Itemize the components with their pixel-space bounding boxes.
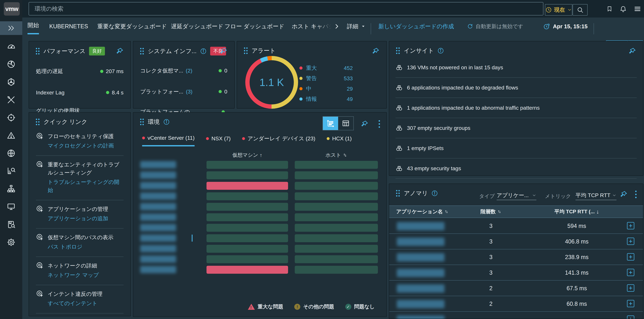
pin-button[interactable] <box>360 120 369 130</box>
quick-link-item[interactable]: アプリケーションの管理 アプリケーションの追加 <box>36 200 124 228</box>
application-name-redacted[interactable] <box>397 269 444 277</box>
column-header-vms[interactable]: 仮想マシン↑ <box>206 152 288 159</box>
quick-link-action[interactable]: マイクロセグメントの計画 <box>48 142 124 150</box>
entity-name-redacted[interactable] <box>140 172 176 179</box>
info-button[interactable] <box>431 190 438 196</box>
entity-name-redacted[interactable] <box>140 256 176 263</box>
column-tier-count[interactable]: 階層数 <box>469 206 513 218</box>
time-picker[interactable]: Apr 15, 15:15 <box>543 18 588 35</box>
table-view-button[interactable] <box>338 117 354 130</box>
vm-status-bar[interactable] <box>206 192 288 200</box>
host-status-bar[interactable] <box>295 255 378 263</box>
alerts-donut-chart[interactable]: 1.1 K <box>245 56 298 109</box>
application-name-redacted[interactable] <box>397 222 444 230</box>
quick-link-item[interactable]: 仮想マシン間のパスの表示 パス トポロジ <box>36 228 124 257</box>
pin-button[interactable] <box>116 47 124 56</box>
vm-status-bar[interactable] <box>206 245 288 253</box>
legend-row[interactable]: 情報49 <box>299 95 353 103</box>
table-row[interactable]: 2 67.5 ms + <box>389 280 643 296</box>
vm-status-bar[interactable] <box>206 161 288 169</box>
column-header-hosts[interactable]: ホスト <box>295 152 378 159</box>
sidebar-item-virtual-machines[interactable] <box>0 198 22 216</box>
info-button[interactable] <box>163 118 170 125</box>
entity-name-redacted[interactable] <box>140 214 176 221</box>
tab-host-capacity[interactable]: ホスト キャパシ <box>292 18 332 35</box>
quick-link-item[interactable]: インテント違反の管理 すべてのインテント <box>36 285 124 314</box>
sidebar-item-analytics[interactable] <box>0 162 22 180</box>
info-button[interactable] <box>437 47 444 54</box>
table-row[interactable]: 3 594 ms + <box>389 218 643 234</box>
entity-name-redacted[interactable] <box>140 224 176 231</box>
drag-handle-icon[interactable] <box>140 47 144 55</box>
table-row[interactable]: + <box>389 312 643 319</box>
insight-item[interactable]: 307 empty security groups <box>396 118 637 138</box>
table-row[interactable]: 3 141.3 ms + <box>389 265 643 280</box>
insight-item[interactable]: 1 applications impacted due to abnormal … <box>396 98 637 118</box>
vm-status-bar[interactable] <box>206 182 288 190</box>
add-icon[interactable]: + <box>627 284 634 292</box>
entity-name-redacted[interactable] <box>140 182 176 189</box>
host-status-bar[interactable] <box>295 182 378 190</box>
entity-name-redacted[interactable] <box>140 266 176 273</box>
entity-name-redacted[interactable] <box>140 192 176 200</box>
drag-handle-icon[interactable] <box>396 47 400 54</box>
vm-status-bar[interactable] <box>206 171 288 179</box>
quick-link-action[interactable]: すべてのインテント <box>48 299 124 308</box>
table-row[interactable]: 2 60.8 ms + <box>389 296 643 312</box>
info-button[interactable] <box>200 48 207 54</box>
add-icon[interactable]: + <box>627 253 634 260</box>
application-name-redacted[interactable] <box>397 284 444 292</box>
quick-link-item[interactable]: ネットワークの詳細 ネットワーク マップ <box>36 257 124 285</box>
pin-button[interactable] <box>220 47 228 56</box>
quick-link-item[interactable]: フローのセキュリティ保護 マイクロセグメントの計画 <box>36 128 124 156</box>
host-status-bar[interactable] <box>295 234 378 242</box>
quick-link-action[interactable]: パス トポロジ <box>48 243 124 251</box>
entity-name-redacted[interactable] <box>140 161 176 168</box>
sidebar-item-audit[interactable] <box>0 216 22 233</box>
tab-overflow-chevron[interactable] <box>334 18 340 35</box>
vm-status-bar[interactable] <box>206 255 288 263</box>
vm-status-bar[interactable] <box>206 213 288 221</box>
application-name-redacted[interactable] <box>397 253 444 262</box>
tab-latency[interactable]: 遅延ダッシュボード <box>171 18 223 35</box>
insight-item[interactable]: 1 empty IPSets <box>396 138 637 158</box>
drag-handle-icon[interactable] <box>396 190 400 197</box>
sidebar-item-internet[interactable] <box>0 144 22 162</box>
pin-button[interactable] <box>372 47 380 56</box>
chart-view-button[interactable] <box>323 117 338 130</box>
add-icon[interactable]: + <box>627 300 634 307</box>
tab-kubernetes[interactable]: KUBERNETES <box>49 18 88 35</box>
sidebar-item-settings[interactable] <box>0 233 22 251</box>
host-status-bar[interactable] <box>295 266 378 274</box>
environment-tab[interactable]: vCenter Server (11) <box>142 135 194 146</box>
count-link[interactable]: (3) <box>186 88 192 94</box>
host-status-bar[interactable] <box>295 171 378 179</box>
quick-link-action[interactable]: トラブルシューティングの開始 <box>48 178 124 194</box>
column-avg-tcp-rtt[interactable]: 平均 TCP RTT (... ↓ <box>548 206 605 218</box>
host-status-bar[interactable] <box>295 224 378 232</box>
environment-tab[interactable]: HCX (1) <box>327 135 352 146</box>
global-search[interactable] <box>28 2 543 16</box>
environment-tab[interactable]: アンダーレイ デバイス (23) <box>242 135 316 146</box>
insight-item[interactable]: 43 empty security tags <box>396 158 637 179</box>
count-link[interactable]: (2) <box>186 68 192 74</box>
drag-handle-icon[interactable] <box>35 47 40 55</box>
table-row[interactable]: 3 238.9 ms + <box>389 250 643 265</box>
refresh-icon[interactable] <box>467 23 473 30</box>
environment-tab[interactable]: NSX (7) <box>206 135 231 146</box>
search-input[interactable] <box>28 2 543 16</box>
sidebar-item-dashboards[interactable] <box>0 38 22 55</box>
quick-link-action[interactable]: ネットワーク マップ <box>48 271 124 279</box>
tab-start[interactable]: 開始 <box>28 18 39 34</box>
quick-link-item[interactable]: 重要なエンティティのトラブルシューティング トラブルシューティングの開始 <box>36 156 124 200</box>
tab-flow[interactable]: フロー ダッシュボード <box>224 18 284 35</box>
host-status-bar[interactable] <box>295 161 378 169</box>
drag-handle-icon[interactable] <box>244 47 248 54</box>
quick-link-action[interactable]: アプリケーションの追加 <box>48 214 124 222</box>
application-name-redacted[interactable] <box>397 300 444 308</box>
notifications-button[interactable] <box>619 4 628 13</box>
vm-status-bar[interactable] <box>206 266 288 274</box>
legend-row[interactable]: 中29 <box>299 84 353 93</box>
card-menu-button[interactable] <box>635 190 637 200</box>
pin-button[interactable] <box>628 47 636 56</box>
